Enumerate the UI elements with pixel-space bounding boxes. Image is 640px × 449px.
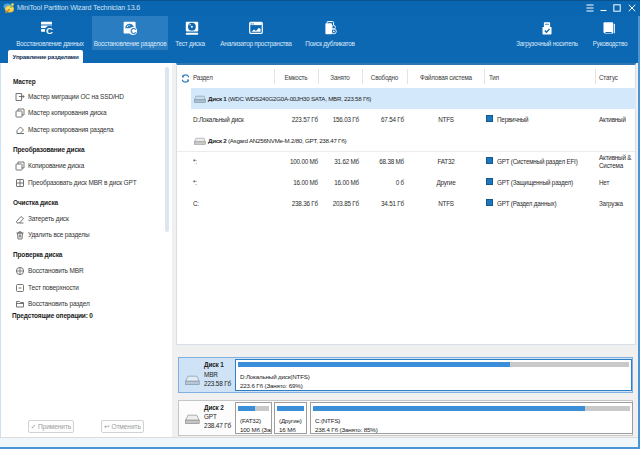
svg-text:C: C	[130, 26, 136, 35]
svg-text:C: C	[46, 24, 53, 34]
